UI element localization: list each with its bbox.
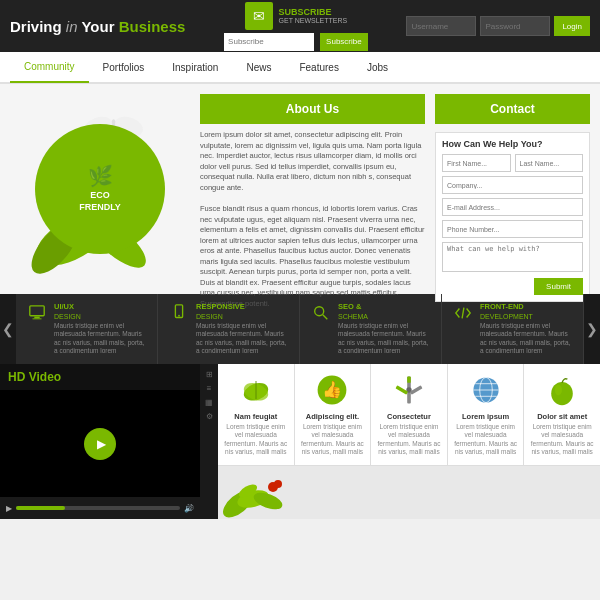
feature-responsive-subtitle: DESIGN — [196, 313, 289, 320]
message-input[interactable] — [442, 242, 583, 272]
feature-seo-subtitle: SCHEMA — [338, 313, 431, 320]
grid-item-wind: Consectetur Lorem tristique enim vel mal… — [371, 364, 448, 466]
bar-chart-icon[interactable]: ▦ — [205, 398, 213, 407]
feature-responsive-text: RESPONSIVE DESIGN Mauris tristique enim … — [196, 302, 289, 356]
code-icon — [452, 302, 474, 324]
about-button[interactable]: About Us — [200, 94, 425, 124]
help-title: How Can We Help You? — [442, 139, 583, 149]
features-prev-arrow[interactable]: ❮ — [0, 294, 16, 364]
contact-button[interactable]: Contact — [435, 94, 590, 124]
feature-frontend-title: FRONT-END — [480, 302, 573, 311]
company-input[interactable] — [442, 176, 583, 194]
nav-community[interactable]: Community — [10, 51, 89, 83]
phone-input[interactable] — [442, 220, 583, 238]
subscribe-icon: ✉ — [245, 2, 273, 30]
nav-inspiration[interactable]: Inspiration — [158, 51, 232, 83]
grid-item-thumb-title: Adipiscing elit. — [306, 412, 359, 421]
svg-text:👍: 👍 — [322, 379, 343, 400]
list-icon[interactable]: ≡ — [207, 384, 212, 393]
login-button[interactable]: Login — [554, 16, 590, 36]
grid-item-wind-title: Consectetur — [387, 412, 431, 421]
svg-point-22 — [237, 482, 259, 501]
grid-item-leaf-text: Lorem tristique enim vel malesuada ferme… — [224, 423, 288, 457]
features-strip: ❮ UI/UX DESIGN Mauris tristique enim vel… — [0, 294, 600, 364]
grid-apple-icon — [544, 372, 580, 408]
subscribe-subtitle: GET NEWSLETTERS — [279, 17, 348, 24]
svg-rect-10 — [34, 317, 39, 319]
grid-wind-icon — [391, 372, 427, 408]
svg-point-19 — [252, 489, 285, 512]
progress-bar[interactable] — [16, 506, 180, 510]
submit-button[interactable]: Submit — [534, 278, 583, 295]
nav-jobs[interactable]: Jobs — [353, 51, 402, 83]
feature-frontend-text: FRONT-END DEVELOPMENT Mauris tristique e… — [480, 302, 573, 356]
subscribe-input[interactable] — [224, 33, 314, 51]
video-screen[interactable] — [0, 390, 200, 497]
grid-item-globe-text: Lorem tristique enim vel malesuada ferme… — [454, 423, 518, 457]
eco-label-line2: FRENDLY — [79, 202, 121, 214]
feature-frontend-desc: Mauris tristique enim vel malesuada ferm… — [480, 322, 573, 356]
email-input[interactable] — [442, 198, 583, 216]
grid-item-leaf: Nam feugiat Lorem tristique enim vel mal… — [218, 364, 295, 466]
feature-frontend: FRONT-END DEVELOPMENT Mauris tristique e… — [442, 294, 584, 364]
play-button[interactable] — [84, 428, 116, 460]
svg-rect-29 — [407, 377, 411, 383]
subscribe-button[interactable]: Subscribe — [320, 33, 368, 51]
video-section: HD Video ▶ 🔊 ⊞ ≡ ▦ ⚙ — [0, 364, 600, 519]
password-input[interactable] — [480, 16, 550, 36]
feature-seo-title: SEO & — [338, 302, 431, 311]
video-label: HD Video — [0, 364, 200, 390]
first-name-input[interactable] — [442, 154, 511, 172]
nav-news[interactable]: News — [232, 51, 285, 83]
eco-leaf-icon: 🌿 — [88, 164, 113, 188]
eco-area: 🌿 ECO FRENDLY — [10, 94, 190, 284]
grid-item-apple: Dolor sit amet Lorem tristique enim vel … — [524, 364, 600, 466]
logo-in: in — [66, 18, 78, 35]
subscribe-title: SUBSCRIBE — [279, 7, 348, 17]
eco-label-line1: ECO — [90, 190, 110, 202]
monitor-icon — [26, 302, 48, 324]
feature-responsive: RESPONSIVE DESIGN Mauris tristique enim … — [158, 294, 300, 364]
svg-rect-11 — [33, 318, 42, 319]
video-hd: HD — [8, 370, 25, 384]
content-text-1: Lorem ipsum dolor sit amet, consectetur … — [200, 130, 425, 193]
grid-icon[interactable]: ⊞ — [206, 370, 213, 379]
contact-area: Contact How Can We Help You? Submit — [435, 94, 590, 284]
svg-line-15 — [323, 315, 328, 320]
grid-item-thumb-text: Lorem tristique enim vel malesuada ferme… — [301, 423, 365, 457]
content-area: About Us Lorem ipsum dolor sit amet, con… — [200, 94, 425, 284]
feature-responsive-desc: Mauris tristique enim vel malesuada ferm… — [196, 322, 289, 356]
play-pause-button[interactable]: ▶ — [6, 504, 12, 513]
plant-decoration — [218, 459, 298, 519]
logo-business: Business — [119, 18, 186, 35]
nav-features[interactable]: Features — [285, 51, 352, 83]
svg-point-18 — [235, 487, 270, 511]
volume-icon[interactable]: 🔊 — [184, 504, 194, 513]
video-controls: ▶ 🔊 — [0, 497, 200, 519]
features-next-arrow[interactable]: ❯ — [584, 294, 600, 364]
grid-thumb-icon: 👍 — [314, 372, 350, 408]
username-input[interactable] — [406, 16, 476, 36]
feature-uiux: UI/UX DESIGN Mauris tristique enim vel m… — [16, 294, 158, 364]
video-player: HD Video ▶ 🔊 — [0, 364, 200, 519]
feature-uiux-desc: Mauris tristique enim vel malesuada ferm… — [54, 322, 147, 356]
grid-item-apple-title: Dolor sit amet — [537, 412, 587, 421]
svg-point-39 — [551, 382, 573, 405]
settings-icon[interactable]: ⚙ — [206, 412, 213, 421]
mobile-icon — [168, 302, 190, 324]
grid-item-wind-text: Lorem tristique enim vel malesuada ferme… — [377, 423, 441, 457]
nav-portfolios[interactable]: Portfolios — [89, 51, 159, 83]
svg-point-13 — [178, 315, 180, 317]
feature-seo-desc: Mauris tristique enim vel malesuada ferm… — [338, 322, 431, 356]
grid-row: Nam feugiat Lorem tristique enim vel mal… — [218, 364, 600, 466]
svg-point-17 — [218, 486, 257, 519]
svg-rect-33 — [410, 385, 423, 394]
search-icon — [310, 302, 332, 324]
features-inner: UI/UX DESIGN Mauris tristique enim vel m… — [16, 294, 584, 364]
feature-frontend-subtitle: DEVELOPMENT — [480, 313, 573, 320]
main-content: 🌿 ECO FRENDLY About Us Lorem ipsum dolor… — [0, 84, 600, 294]
last-name-input[interactable] — [515, 154, 584, 172]
grid-container: Nam feugiat Lorem tristique enim vel mal… — [218, 364, 600, 519]
video-text: Video — [29, 370, 61, 384]
contact-form: How Can We Help You? Submit — [435, 132, 590, 302]
